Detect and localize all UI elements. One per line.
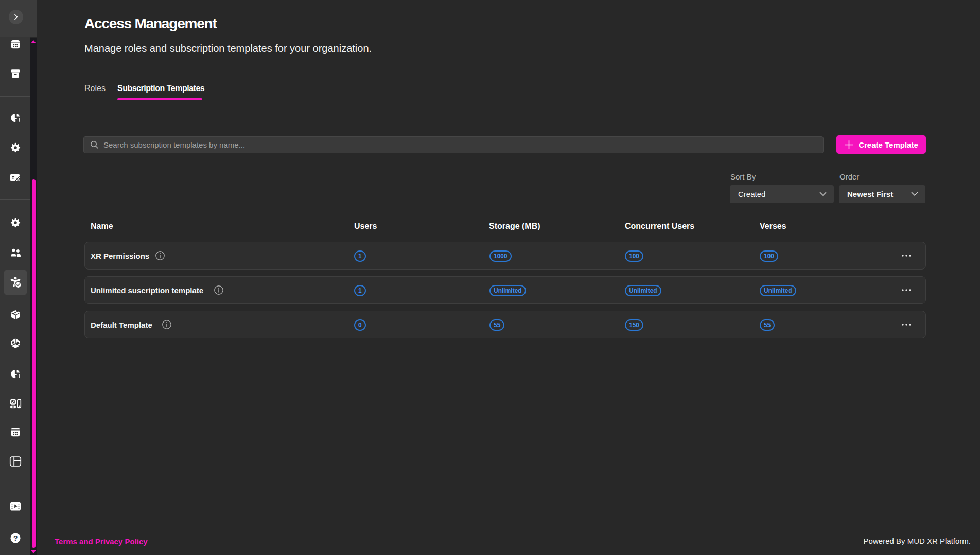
svg-text:?: ?: [13, 534, 18, 542]
